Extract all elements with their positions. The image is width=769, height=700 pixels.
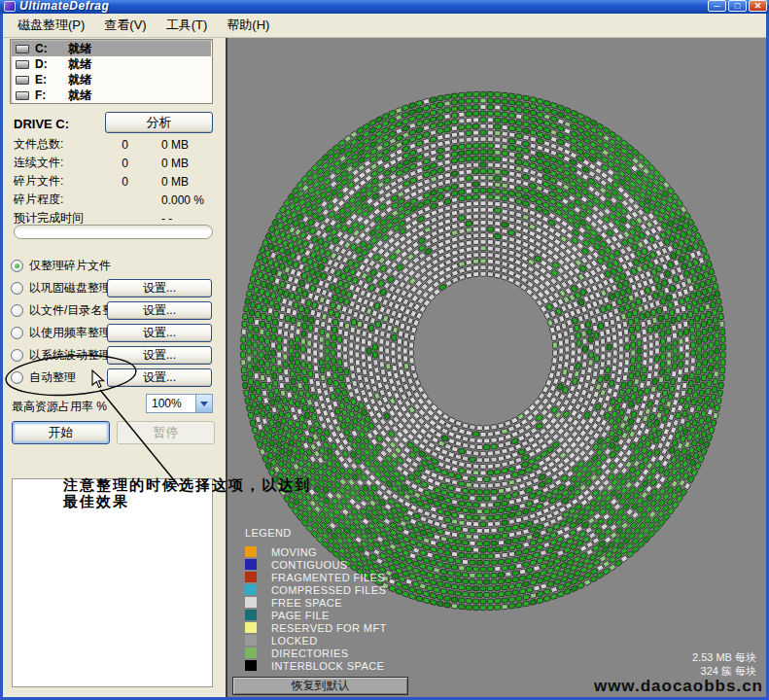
app-window: UltimateDefrag ─ □ ✕ 磁盘整理(P) 查看(V) 工具(T)… [0,0,769,700]
legend-title: LEGEND [245,527,387,539]
legend-label: PAGE FILE [271,610,330,621]
drive-icon [16,76,29,85]
method-label: 仅整理碎片文件 [29,258,111,274]
log-listbox[interactable] [12,478,213,687]
legend-swatch-icon [245,546,257,557]
method-label: 以巩固磁盘整理 [29,280,111,297]
radio-icon[interactable] [11,349,23,362]
settings-button-consolidate[interactable]: 设置... [107,279,212,298]
analyze-progressbar [14,225,213,239]
settings-button-auto[interactable]: 设置... [107,368,212,387]
legend-item: DIRECTORIES [245,647,387,659]
legend-swatch-icon [245,610,257,620]
legend-item: FREE SPACE [245,596,387,609]
minimize-icon[interactable]: ─ [708,0,726,12]
drive-name: F: [35,88,68,102]
maximize-icon[interactable]: □ [728,0,747,12]
drive-name: C: [35,42,68,55]
stat-label: 碎片文件: [14,173,103,190]
legend-label: LOCKED [271,635,318,647]
start-button[interactable]: 开始 [12,421,110,444]
drive-list: C: 就绪 D: 就绪 E: 就绪 F: 就绪 [10,39,213,104]
drive-status: 就绪 [68,41,91,57]
legend-label: DIRECTORIES [271,648,348,659]
radio-icon[interactable] [11,327,23,339]
drive-status: 就绪 [68,88,91,104]
restore-defaults-button[interactable]: 恢复到默认 [232,677,408,695]
stat-label: 连续文件: [14,155,103,171]
legend-swatch-icon [245,635,257,646]
chevron-down-icon[interactable] [195,395,212,412]
method-fragmented-only[interactable]: 仅整理碎片文件 [11,256,218,275]
legend-label: FRAGMENTED FILES [271,572,385,583]
menu-defrag[interactable]: 磁盘整理(P) [9,15,93,36]
stat-count: 0 [103,157,128,170]
drive-icon [16,60,29,69]
pause-button: 暂停 [117,421,215,444]
drive-name: D: [35,57,68,71]
settings-button-volatility[interactable]: 设置... [107,346,212,365]
window-title: UltimateDefrag [19,0,109,13]
watermark-url: www.daocaobbs.cn [594,677,763,696]
stat-contiguous-files: 连续文件: 0 0 MB [14,154,216,172]
drive-row-e[interactable]: E: 就绪 [12,72,211,88]
drive-row-f[interactable]: F: 就绪 [12,88,211,103]
stat-size: 0 MB [128,157,216,170]
legend: LEGEND MOVINGCONTIGUOUSFRAGMENTED FILESC… [245,527,387,672]
legend-label: CONTIGUOUS [271,559,348,571]
radio-icon[interactable] [11,282,23,295]
stat-label: 碎片程度: [14,192,103,208]
legend-item: MOVING [245,545,387,558]
legend-item: FRAGMENTED FILES [245,571,387,583]
legend-swatch-icon [245,572,257,582]
method-label: 自动整理 [29,369,76,386]
menu-tools[interactable]: 工具(T) [157,15,217,36]
drive-icon [16,91,29,100]
settings-button-usage[interactable]: 设置... [107,324,212,342]
radio-icon[interactable] [11,260,23,272]
resource-usage-value: 100% [147,397,195,410]
legend-item: LOCKED [245,634,387,647]
legend-item: INTERBLOCK SPACE [245,659,387,672]
analyze-button[interactable]: 分析 [105,112,213,133]
selected-drive-label: DRIVE C: [14,117,69,131]
settings-button-filename[interactable]: 设置... [107,301,212,320]
drive-name: E: [35,73,68,87]
stat-count: 0 [103,138,128,152]
radio-icon[interactable] [11,371,23,384]
legend-swatch-icon [245,584,257,595]
legend-item: RESERVED FOR MFT [245,621,387,634]
resource-usage-select[interactable]: 100% [146,394,213,413]
drive-status: 就绪 [68,72,91,88]
title-bar: UltimateDefrag ─ □ ✕ [0,0,769,14]
legend-swatch-icon [245,622,257,633]
app-icon [4,1,16,12]
drive-row-d[interactable]: D: 就绪 [12,56,211,72]
block-size-mb: 2.53 MB 每块 [692,650,756,664]
legend-label: RESERVED FOR MFT [271,622,387,634]
drive-stats: 文件总数: 0 0 MB 连续文件: 0 0 MB 碎片文件: 0 0 MB 碎… [14,135,216,228]
drive-row-c[interactable]: C: 就绪 [12,41,211,56]
block-info: 2.53 MB 每块 324 簇 每块 [692,650,756,678]
close-icon[interactable]: ✕ [749,0,767,12]
legend-item: CONTIGUOUS [245,558,387,571]
block-size-clusters: 324 簇 每块 [692,664,756,678]
legend-item: PAGE FILE [245,609,387,621]
drive-icon [16,45,29,53]
legend-label: INTERBLOCK SPACE [271,660,384,672]
method-label: 以系统波动整理 [29,347,111,364]
menu-help[interactable]: 帮助(H) [218,15,278,36]
legend-swatch-icon [245,648,257,658]
menu-view[interactable]: 查看(V) [95,15,155,36]
legend-item: COMPRESSED FILES [245,583,387,596]
radio-icon[interactable] [11,304,23,317]
disk-view-panel: LEGEND MOVINGCONTIGUOUSFRAGMENTED FILESC… [226,38,766,697]
stat-total-files: 文件总数: 0 0 MB [14,135,216,154]
legend-label: COMPRESSED FILES [271,584,386,596]
stat-fragmentation-level: 碎片程度: 0.000 % [14,191,216,209]
method-label: 以使用频率整理 [29,325,111,341]
legend-label: MOVING [271,546,317,558]
stat-size: 0 MB [128,175,216,189]
resource-usage-label: 最高资源占用率 % [12,399,107,415]
control-panel: C: 就绪 D: 就绪 E: 就绪 F: 就绪 [3,38,226,697]
